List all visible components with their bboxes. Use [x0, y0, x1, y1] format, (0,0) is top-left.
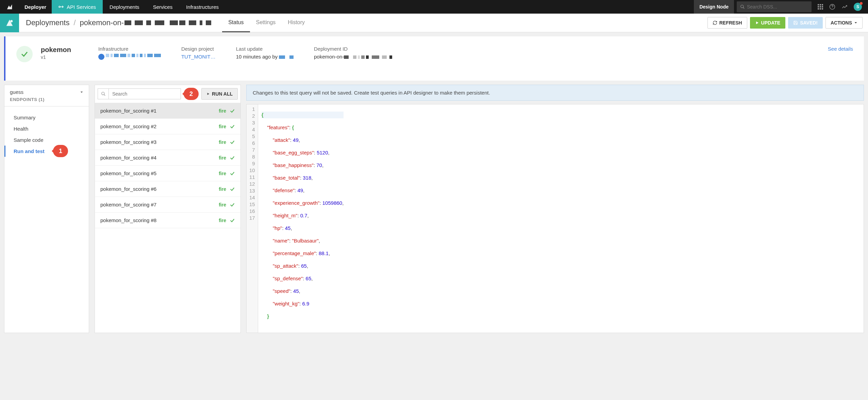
test-search-input[interactable]	[109, 91, 181, 97]
check-icon	[230, 171, 235, 176]
list-item[interactable]: pokemon_for_scoring #1fire	[95, 103, 240, 119]
svg-rect-2	[818, 4, 819, 5]
tab-services[interactable]: Services	[146, 0, 180, 14]
check-icon	[230, 124, 235, 129]
actions-button[interactable]: ACTIONS	[825, 17, 863, 29]
node-label[interactable]: Design Node	[694, 0, 734, 14]
deployment-version: v1	[41, 54, 71, 60]
tab-api-services[interactable]: API Services	[52, 0, 103, 14]
list-item-name: pokemon_for_scoring #4	[100, 155, 219, 161]
deploy-value: pokemon-on-	[314, 54, 392, 60]
run-all-button[interactable]: RUN ALL	[201, 88, 238, 100]
list-item-name: pokemon_for_scoring #6	[100, 186, 219, 192]
svg-rect-5	[818, 6, 819, 7]
subheader: Deployments / pokemon-on- Status Setting…	[0, 14, 868, 32]
callout-2: 2	[184, 88, 199, 100]
status-ok-icon	[16, 46, 33, 62]
play-icon	[755, 21, 759, 25]
check-icon	[230, 202, 235, 207]
list-item-tag: fire	[219, 155, 226, 161]
nav-run-and-test[interactable]: Run and test 1	[4, 146, 53, 157]
project-link[interactable]: TUT_MONIT…	[181, 54, 216, 60]
update-value: 10 minutes ago by	[236, 54, 294, 60]
list-item-name: pokemon_for_scoring #5	[100, 170, 219, 176]
svg-rect-6	[820, 6, 821, 7]
code-content[interactable]: { "features": { "attack": 49, "base_egg_…	[258, 104, 347, 333]
list-item[interactable]: pokemon_for_scoring #6fire	[95, 181, 240, 197]
list-item[interactable]: pokemon_for_scoring #2fire	[95, 119, 240, 134]
infra-value	[98, 54, 161, 60]
crumb-current: pokemon-on-	[80, 18, 212, 27]
update-button[interactable]: UPDATE	[750, 17, 786, 29]
brand: Deployer	[19, 4, 52, 10]
arrow-icon	[59, 5, 64, 9]
line-gutter: 1234567891011121314151617	[247, 104, 258, 333]
list-item[interactable]: pokemon_for_scoring #4fire	[95, 150, 240, 166]
left-panel: guess ENDPOINTS (1) Summary Health Sampl…	[4, 85, 89, 333]
test-search[interactable]	[98, 88, 181, 99]
caret-down-icon	[854, 21, 857, 24]
subheader-logo-icon[interactable]	[0, 14, 19, 32]
list-item[interactable]: pokemon_for_scoring #7fire	[95, 197, 240, 213]
svg-rect-9	[820, 8, 821, 10]
endpoints-count: ENDPOINTS (1)	[10, 97, 83, 102]
endpoint-dropdown[interactable]: guess	[10, 89, 83, 95]
activity-icon[interactable]	[841, 4, 848, 10]
nav-sample-code[interactable]: Sample code	[4, 134, 89, 146]
list-item[interactable]: pokemon_for_scoring #8fire	[95, 213, 240, 228]
list-item-tag: fire	[219, 108, 226, 114]
refresh-button[interactable]: REFRESH	[707, 17, 747, 29]
subtab-status[interactable]: Status	[222, 14, 250, 32]
check-icon	[230, 218, 235, 223]
right-panel: Changes to this test query will not be s…	[246, 85, 864, 333]
list-item-tag: fire	[219, 171, 226, 176]
svg-rect-7	[822, 6, 823, 7]
apps-icon[interactable]	[818, 4, 823, 10]
nav-summary[interactable]: Summary	[4, 112, 89, 123]
check-icon	[230, 108, 235, 114]
svg-point-12	[101, 92, 104, 95]
saved-button: SAVED!	[788, 17, 823, 29]
middle-panel: 2 RUN ALL pokemon_for_scoring #1firepoke…	[95, 85, 241, 333]
tab-infrastructures[interactable]: Infrastructures	[179, 0, 226, 14]
crumb-deployments[interactable]: Deployments	[26, 18, 69, 27]
refresh-icon	[713, 20, 717, 25]
deploy-label: Deployment ID	[314, 46, 392, 52]
avatar[interactable]: S	[854, 3, 862, 11]
update-label: Last update	[236, 46, 294, 52]
infra-label: Infrastructure	[98, 46, 161, 52]
tab-deployments[interactable]: Deployments	[103, 0, 146, 14]
list-item-tag: fire	[219, 124, 226, 129]
subtab-settings[interactable]: Settings	[250, 14, 282, 32]
svg-point-0	[59, 6, 60, 7]
check-icon	[230, 139, 235, 145]
search-box[interactable]	[737, 1, 812, 12]
help-icon[interactable]	[829, 4, 835, 10]
notification-dot	[860, 2, 863, 5]
subtab-history[interactable]: History	[282, 14, 311, 32]
search-icon	[740, 4, 745, 9]
svg-rect-10	[822, 8, 823, 10]
logo-icon[interactable]	[0, 0, 19, 14]
list-item[interactable]: pokemon_for_scoring #3fire	[95, 134, 240, 150]
svg-rect-3	[820, 4, 821, 5]
list-item-name: pokemon_for_scoring #3	[100, 139, 219, 145]
callout-1: 1	[53, 145, 68, 157]
svg-rect-8	[818, 8, 819, 10]
see-details-link[interactable]: See details	[828, 46, 853, 52]
nav-health[interactable]: Health	[4, 123, 89, 134]
list-item-name: pokemon_for_scoring #7	[100, 202, 219, 207]
info-card: pokemon v1 Infrastructure Design project…	[4, 36, 864, 81]
search-icon	[98, 89, 109, 99]
deployment-title: pokemon	[41, 46, 71, 54]
caret-down-icon	[80, 90, 83, 94]
notice-banner: Changes to this test query will not be s…	[246, 85, 864, 101]
list-item[interactable]: pokemon_for_scoring #5fire	[95, 166, 240, 181]
project-label: Design project	[181, 46, 216, 52]
list-item-name: pokemon_for_scoring #8	[100, 217, 219, 223]
save-icon	[793, 20, 798, 25]
code-editor[interactable]: 1234567891011121314151617 { "features": …	[246, 104, 864, 333]
search-input[interactable]	[747, 4, 808, 10]
check-icon	[230, 186, 235, 192]
list-item-tag: fire	[219, 202, 226, 207]
